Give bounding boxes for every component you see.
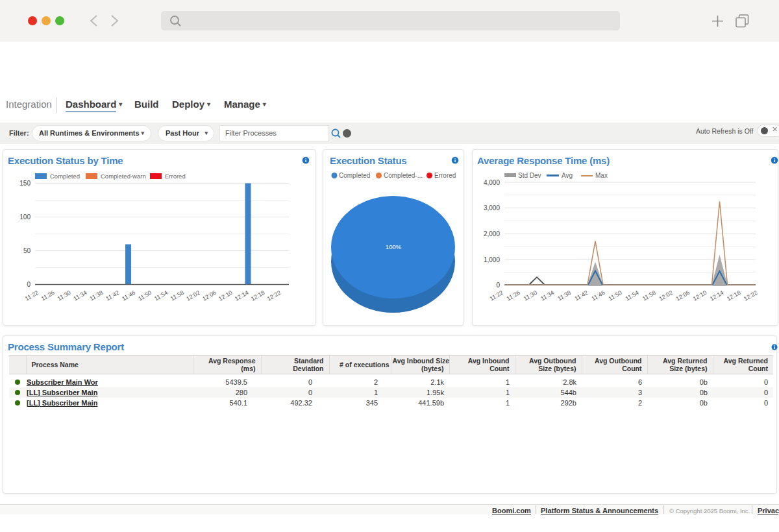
- svg-text:Errored: Errored: [165, 173, 186, 180]
- svg-text:11:58: 11:58: [169, 289, 185, 302]
- svg-text:11:26: 11:26: [506, 289, 521, 302]
- svg-text:11:50: 11:50: [137, 289, 153, 302]
- svg-text:12:14: 12:14: [709, 289, 725, 302]
- svg-text:11:46: 11:46: [121, 289, 136, 302]
- svg-text:12:22: 12:22: [743, 289, 759, 302]
- svg-text:11:42: 11:42: [105, 289, 120, 302]
- svg-text:11:46: 11:46: [591, 289, 606, 302]
- svg-text:Completed-...: Completed-...: [384, 172, 423, 179]
- svg-text:3,000: 3,000: [484, 204, 500, 212]
- svg-text:12:06: 12:06: [201, 289, 217, 302]
- svg-text:11:50: 11:50: [608, 289, 623, 302]
- svg-text:Completed-warn: Completed-warn: [101, 173, 146, 180]
- svg-text:Completed: Completed: [339, 172, 370, 179]
- svg-text:11:30: 11:30: [523, 289, 538, 302]
- svg-text:12:02: 12:02: [185, 289, 201, 302]
- svg-text:100%: 100%: [386, 243, 402, 250]
- svg-text:11:22: 11:22: [489, 289, 504, 302]
- svg-text:0: 0: [496, 282, 500, 289]
- svg-text:11:42: 11:42: [573, 289, 589, 302]
- svg-text:12:14: 12:14: [234, 289, 250, 302]
- svg-text:0: 0: [27, 281, 31, 288]
- svg-text:12:10: 12:10: [692, 289, 708, 302]
- svg-text:150: 150: [19, 180, 31, 187]
- svg-text:11:22: 11:22: [24, 289, 40, 302]
- svg-text:11:34: 11:34: [73, 289, 88, 302]
- svg-text:4,000: 4,000: [484, 179, 500, 186]
- svg-text:12:02: 12:02: [658, 289, 674, 302]
- svg-text:11:54: 11:54: [624, 289, 640, 302]
- svg-text:11:30: 11:30: [56, 289, 72, 302]
- svg-text:12:18: 12:18: [726, 289, 742, 302]
- svg-text:1,000: 1,000: [484, 256, 500, 263]
- svg-text:Completed: Completed: [50, 173, 80, 180]
- svg-text:2,000: 2,000: [484, 230, 500, 237]
- svg-text:11:38: 11:38: [556, 289, 572, 302]
- svg-text:12:06: 12:06: [675, 289, 691, 302]
- svg-text:Max: Max: [595, 172, 608, 179]
- svg-text:50: 50: [23, 247, 31, 254]
- svg-text:12:10: 12:10: [217, 289, 234, 302]
- svg-text:11:26: 11:26: [40, 289, 56, 302]
- svg-text:Std Dev: Std Dev: [518, 172, 541, 179]
- svg-text:100: 100: [19, 213, 31, 221]
- svg-text:12:18: 12:18: [250, 289, 266, 302]
- svg-text:12:22: 12:22: [266, 289, 282, 302]
- svg-text:11:38: 11:38: [88, 289, 104, 302]
- svg-text:Avg: Avg: [562, 172, 573, 179]
- svg-text:11:58: 11:58: [641, 289, 657, 302]
- svg-text:Errored: Errored: [434, 172, 456, 179]
- svg-text:11:54: 11:54: [153, 289, 169, 302]
- svg-text:11:34: 11:34: [539, 289, 555, 302]
